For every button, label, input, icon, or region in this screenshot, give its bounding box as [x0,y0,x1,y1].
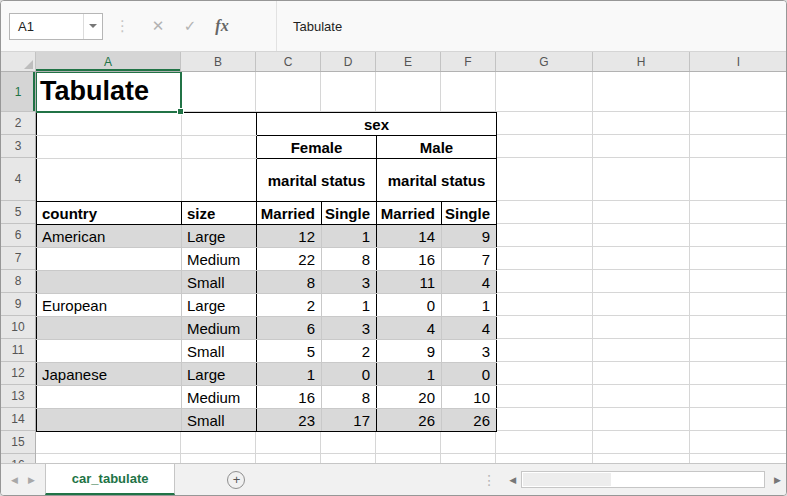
cell-value[interactable]: 22 [257,248,322,271]
header-single-2[interactable]: Single [442,202,497,225]
cell-value[interactable]: 9 [442,225,497,248]
row-header-11[interactable]: 11 [1,339,35,362]
cancel-icon[interactable]: ✕ [142,17,174,35]
cell-value[interactable]: 20 [377,386,442,409]
row-header-1[interactable]: 1 [1,72,35,112]
cell-value[interactable]: 8 [322,386,377,409]
row-header-2[interactable]: 2 [1,112,35,135]
cell-value[interactable]: 4 [377,317,442,340]
cell-value[interactable]: 3 [322,271,377,294]
cell-size[interactable]: Small [182,409,257,432]
cell-value[interactable]: 23 [257,409,322,432]
header-female[interactable]: Female [257,136,377,159]
header-single-1[interactable]: Single [322,202,377,225]
name-box-dropdown[interactable] [83,14,102,39]
cell-size[interactable]: Large [182,294,257,317]
cell-blank[interactable] [37,113,182,136]
cell-size[interactable]: Small [182,271,257,294]
cell-value[interactable]: 16 [257,386,322,409]
cell-value[interactable]: 1 [442,294,497,317]
cell-value[interactable]: 17 [322,409,377,432]
cell-size[interactable]: Medium [182,386,257,409]
row-header-4[interactable]: 4 [1,158,35,201]
next-sheet-icon[interactable]: ▶ [28,475,35,485]
prev-sheet-icon[interactable]: ◀ [11,475,18,485]
column-header-d[interactable]: D [321,52,376,71]
cell-country[interactable]: American [37,225,182,248]
row-header-9[interactable]: 9 [1,293,35,316]
scroll-right-icon[interactable]: ▶ [774,475,781,485]
enter-icon[interactable]: ✓ [174,17,206,35]
cell-value[interactable]: 2 [322,340,377,363]
cell-size[interactable]: Large [182,363,257,386]
cell-value[interactable]: 10 [442,386,497,409]
cell-value[interactable]: 2 [257,294,322,317]
cell-size[interactable]: Small [182,340,257,363]
column-header-c[interactable]: C [256,52,321,71]
sheet-grid[interactable]: sex Female Male marital status marital s… [36,72,786,463]
cell-blank[interactable] [37,159,182,202]
cell-value[interactable]: 26 [442,409,497,432]
cell-country[interactable]: European [37,294,182,317]
row-header-12[interactable]: 12 [1,362,35,385]
header-marital-status-male[interactable]: marital status [377,159,497,202]
formula-input[interactable]: Tabulate [277,19,786,34]
cell-blank[interactable] [182,136,257,159]
cell-country[interactable] [37,386,182,409]
row-header-8[interactable]: 8 [1,270,35,293]
cell-value[interactable]: 11 [377,271,442,294]
cell-value[interactable]: 1 [257,363,322,386]
cell-a1-title[interactable]: Tabulate [36,72,181,112]
cell-value[interactable]: 14 [377,225,442,248]
row-header-16[interactable]: 16 [1,454,35,463]
cell-country[interactable]: Japanese [37,363,182,386]
row-header-10[interactable]: 10 [1,316,35,339]
header-married-2[interactable]: Married [377,202,442,225]
cell-size[interactable]: Medium [182,317,257,340]
insert-function-icon[interactable]: fx [206,17,238,35]
cell-value[interactable]: 5 [257,340,322,363]
cell-value[interactable]: 0 [322,363,377,386]
cell-size[interactable]: Large [182,225,257,248]
cell-value[interactable]: 9 [377,340,442,363]
cell-blank[interactable] [182,159,257,202]
scroll-left-icon[interactable]: ◀ [509,475,516,485]
cell-country[interactable] [37,248,182,271]
add-sheet-button[interactable]: + [227,471,245,489]
cell-value[interactable]: 1 [322,225,377,248]
cell-value[interactable]: 4 [442,271,497,294]
cell-value[interactable]: 3 [322,317,377,340]
column-header-e[interactable]: E [376,52,441,71]
cell-value[interactable]: 8 [257,271,322,294]
cell-value[interactable]: 16 [377,248,442,271]
cell-value[interactable]: 0 [442,363,497,386]
scrollbar-thumb[interactable] [523,473,611,486]
cell-country[interactable] [37,317,182,340]
tab-bar-grip-icon[interactable]: ⋮ [482,472,496,488]
cell-country[interactable] [37,340,182,363]
name-box[interactable]: A1 [9,13,103,40]
cell-country[interactable] [37,271,182,294]
cell-value[interactable]: 4 [442,317,497,340]
cell-blank[interactable] [37,136,182,159]
cell-value[interactable]: 8 [322,248,377,271]
cell-size[interactable]: Medium [182,248,257,271]
header-marital-status-female[interactable]: marital status [257,159,377,202]
cell-value[interactable]: 1 [377,363,442,386]
cell-value[interactable]: 0 [377,294,442,317]
column-header-h[interactable]: H [593,52,690,71]
column-header-i[interactable]: I [690,52,786,71]
row-header-5[interactable]: 5 [1,201,35,224]
column-header-f[interactable]: F [441,52,496,71]
row-header-13[interactable]: 13 [1,385,35,408]
header-married-1[interactable]: Married [257,202,322,225]
header-size[interactable]: size [182,202,257,225]
row-header-6[interactable]: 6 [1,224,35,247]
cell-blank[interactable] [182,113,257,136]
name-box-value[interactable]: A1 [10,19,83,34]
cell-value[interactable]: 26 [377,409,442,432]
header-country[interactable]: country [37,202,182,225]
header-male[interactable]: Male [377,136,497,159]
row-header-3[interactable]: 3 [1,135,35,158]
row-header-15[interactable]: 15 [1,431,35,454]
